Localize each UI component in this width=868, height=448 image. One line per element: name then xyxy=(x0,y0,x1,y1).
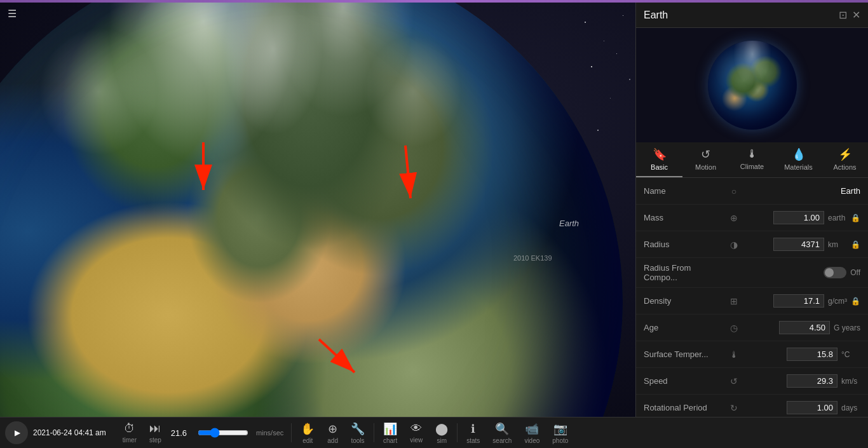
toolbar-separator-2 xyxy=(374,423,374,442)
materials-tab-icon: 💧 xyxy=(792,147,806,161)
prop-density-lock[interactable]: 🔒 xyxy=(851,297,860,306)
properties-list: Name ○ Earth Mass ⊕ earth 🔒 Radius ◑ km … xyxy=(636,178,868,422)
tab-climate[interactable]: 🌡 Climate xyxy=(729,142,775,177)
toolbar-timer[interactable]: ⏱ timer xyxy=(116,422,143,444)
prop-mass-icon: ⊕ xyxy=(726,213,742,223)
tab-basic[interactable]: 🔖 Basic xyxy=(636,142,682,177)
prop-rot-period-unit: days xyxy=(841,404,860,412)
prop-radius-input[interactable] xyxy=(773,238,824,251)
earth-globe-label: Earth xyxy=(559,219,579,228)
screenshot-icon[interactable]: ⊡ xyxy=(839,9,847,21)
video-icon: 📹 xyxy=(525,422,539,436)
motion-tab-label: Motion xyxy=(695,163,716,171)
speed-unit: mins/sec xyxy=(256,429,283,437)
hamburger-menu[interactable]: ☰ xyxy=(8,8,17,20)
prop-surface-temp-unit: °C xyxy=(841,350,860,359)
basic-tab-label: Basic xyxy=(651,163,668,171)
add-icon: ⊕ xyxy=(328,422,337,436)
toolbar-sim[interactable]: ⬤ sim xyxy=(429,422,454,444)
prop-mass-lock[interactable]: 🔒 xyxy=(851,214,860,222)
prop-radius-row: Radius ◑ km 🔒 xyxy=(636,231,868,258)
edit-icon: ✋ xyxy=(301,422,315,436)
prop-speed-row: Speed ↺ km/s xyxy=(636,368,868,395)
radius-comp-value: Off xyxy=(850,268,860,277)
prop-surface-temp-input[interactable] xyxy=(787,348,837,361)
toolbar-edit[interactable]: ✋ edit xyxy=(294,422,321,444)
prop-radius-icon: ◑ xyxy=(726,240,742,250)
climate-tab-label: Climate xyxy=(740,163,764,170)
prop-mass-input[interactable] xyxy=(773,211,824,224)
view-icon: 👁 xyxy=(410,422,422,435)
prop-speed-icon: ↺ xyxy=(726,376,742,386)
speed-slider[interactable] xyxy=(198,428,248,438)
speed-value: 21.6 xyxy=(168,428,190,438)
earth-atmosphere xyxy=(0,3,623,419)
toolbar-stats[interactable]: ℹ stats xyxy=(460,422,486,444)
tools-label: tools xyxy=(351,437,364,444)
toolbar-video[interactable]: 📹 video xyxy=(518,422,546,444)
prop-mass-label: Mass xyxy=(644,213,726,222)
prop-age-input[interactable] xyxy=(779,321,830,334)
prop-density-label: Density xyxy=(644,296,726,306)
toolbar-photo[interactable]: 📷 photo xyxy=(546,422,574,444)
prop-name-icon: ○ xyxy=(726,186,742,196)
prop-density-input[interactable] xyxy=(773,294,824,308)
toolbar-step[interactable]: ⏭ step xyxy=(143,422,168,444)
toolbar-search[interactable]: 🔍 search xyxy=(486,422,518,444)
earth-thumbnail-container xyxy=(636,28,868,142)
radius-comp-toggle[interactable] xyxy=(824,267,846,278)
actions-tab-icon: ⚡ xyxy=(838,147,852,161)
stats-icon: ℹ xyxy=(471,422,475,436)
toolbar-separator-1 xyxy=(291,423,292,442)
toolbar-separator-3 xyxy=(457,423,458,442)
toolbar-tools[interactable]: 🔧 tools xyxy=(344,422,371,444)
main-view: Earth 2010 EK139 xyxy=(0,3,635,419)
panel-title: Earth xyxy=(644,10,668,21)
prop-age-label: Age xyxy=(644,323,726,332)
prop-speed-unit: km/s xyxy=(841,377,860,386)
climate-tab-icon: 🌡 xyxy=(747,147,758,161)
view-label: view xyxy=(410,437,423,444)
earth-globe xyxy=(0,3,623,419)
prop-surface-temp-icon: 🌡 xyxy=(726,350,742,360)
sim-icon: ⬤ xyxy=(435,422,448,436)
tools-icon: 🔧 xyxy=(351,422,365,436)
earth-thumbnail xyxy=(708,41,797,130)
panel-header-icons: ⊡ ✕ xyxy=(839,9,860,21)
prop-density-row: Density ⊞ g/cm³ 🔒 xyxy=(636,288,868,315)
tab-actions[interactable]: ⚡ Actions xyxy=(822,142,868,177)
stats-label: stats xyxy=(466,437,480,444)
prop-age-icon: ◷ xyxy=(726,323,742,333)
add-label: add xyxy=(327,437,338,444)
prop-speed-input[interactable] xyxy=(787,374,837,388)
prop-radius-comp-row: Radius From Compo... Off xyxy=(636,258,868,288)
prop-radius-lock[interactable]: 🔒 xyxy=(851,240,860,249)
close-panel-icon[interactable]: ✕ xyxy=(852,9,860,21)
prop-rot-period-input[interactable] xyxy=(787,401,837,414)
materials-tab-label: Materials xyxy=(784,163,813,171)
prop-rot-period-label: Rotational Period xyxy=(644,403,726,412)
chart-icon: 📊 xyxy=(383,422,397,436)
prop-density-icon: ⊞ xyxy=(726,296,742,306)
video-label: video xyxy=(524,437,539,444)
tab-materials[interactable]: 💧 Materials xyxy=(775,142,822,177)
speed-container: 21.6 mins/sec xyxy=(168,428,283,438)
toolbar-chart[interactable]: 📊 chart xyxy=(377,422,403,444)
chart-label: chart xyxy=(383,437,397,444)
timer-icon: ⏱ xyxy=(124,422,135,435)
prop-age-row: Age ◷ G years xyxy=(636,315,868,341)
prop-speed-label: Speed xyxy=(644,376,726,386)
time-display: 2021-06-24 04:41 am xyxy=(33,428,106,437)
play-button[interactable] xyxy=(5,421,28,444)
toolbar-view[interactable]: 👁 view xyxy=(403,422,429,444)
search-label: search xyxy=(492,437,512,444)
right-panel: Earth ⊡ ✕ 🔖 Basic ↺ Motion 🌡 Climate 💧 M… xyxy=(635,3,868,419)
prop-density-unit: g/cm³ xyxy=(828,297,847,306)
prop-mass-row: Mass ⊕ earth 🔒 xyxy=(636,205,868,231)
prop-radius-unit: km xyxy=(828,240,847,249)
toolbar-add[interactable]: ⊕ add xyxy=(321,422,344,444)
search-icon: 🔍 xyxy=(495,422,509,436)
prop-name-value: Earth xyxy=(841,186,860,196)
tab-motion[interactable]: ↺ Motion xyxy=(682,142,729,177)
photo-label: photo xyxy=(552,437,568,444)
